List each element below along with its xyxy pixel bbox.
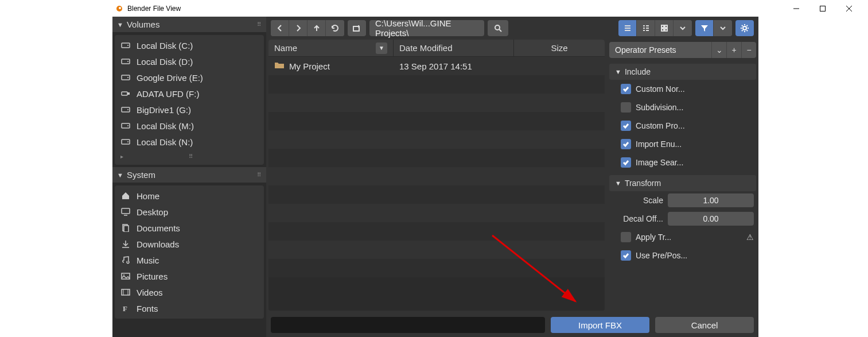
volume-item[interactable]: Google Drive (E:) (115, 69, 264, 86)
expand-icon[interactable]: ▸ (120, 153, 123, 160)
view-detail-button[interactable] (637, 20, 655, 36)
list-item-label: Local Disk (M:) (137, 121, 194, 131)
svg-rect-42 (661, 25, 664, 28)
svg-point-7 (127, 45, 129, 46)
column-size[interactable]: Size (514, 40, 605, 56)
file-list-header: Name▼ Date Modified Size (268, 40, 605, 57)
disk-icon (120, 73, 131, 82)
include-option[interactable]: Custom Pro... (609, 117, 756, 135)
option-label: Image Sear... (636, 158, 754, 167)
remove-preset-button[interactable]: − (741, 42, 756, 58)
list-item-label: Fonts (137, 304, 158, 313)
view-list-button[interactable] (618, 20, 637, 36)
bottom-bar: Import FBX Cancel (266, 313, 758, 337)
drag-handle-icon[interactable]: ⠿ (257, 172, 262, 178)
back-button[interactable] (271, 20, 289, 36)
window-title: Blender File View (127, 5, 181, 13)
drag-handle-icon: ⠿ (189, 153, 193, 160)
refresh-button[interactable] (326, 20, 344, 36)
system-item[interactable]: Documents (115, 220, 264, 236)
svg-rect-26 (122, 289, 130, 295)
system-item[interactable]: Pictures (115, 268, 264, 284)
minimize-button[interactable] (783, 0, 809, 17)
search-button[interactable] (488, 20, 508, 36)
new-folder-button[interactable] (348, 20, 366, 36)
forward-button[interactable] (289, 20, 308, 36)
disclosure-triangle-icon: ▼ (615, 180, 621, 187)
svg-point-11 (127, 77, 129, 78)
include-option[interactable]: Import Enu... (609, 135, 756, 153)
svg-rect-3 (820, 6, 826, 11)
maximize-button[interactable] (809, 0, 836, 17)
view-grid-button[interactable] (655, 20, 674, 36)
include-option[interactable]: Image Sear... (609, 153, 756, 172)
system-item[interactable]: Music (115, 252, 264, 268)
parent-button[interactable] (308, 20, 326, 36)
file-row (268, 259, 605, 277)
file-row (268, 222, 605, 241)
svg-point-46 (743, 26, 746, 30)
include-option[interactable]: Subdivision... (609, 98, 756, 117)
view-options-dropdown[interactable] (674, 20, 692, 36)
option-label: Use Pre/Pos... (636, 251, 754, 260)
system-item[interactable]: Desktop (115, 204, 264, 220)
list-item-label: Documents (137, 223, 180, 233)
file-row (268, 204, 605, 222)
drag-handle-icon[interactable]: ⠿ (257, 21, 262, 28)
cancel-button[interactable]: Cancel (655, 317, 754, 333)
volumes-header[interactable]: ▼ Volumes ⠿ (112, 17, 266, 33)
checkbox-icon (621, 157, 631, 168)
sort-dropdown-icon[interactable]: ▼ (376, 42, 387, 54)
option-label: Custom Nor... (636, 84, 754, 94)
blender-logo-icon (115, 4, 124, 13)
system-item[interactable]: Downloads (115, 236, 264, 252)
list-item-label: Videos (137, 288, 163, 297)
settings-button[interactable] (735, 20, 754, 36)
volume-item[interactable]: Local Disk (D:) (115, 53, 264, 69)
transform-option[interactable]: Use Pre/Pos... (609, 246, 756, 265)
include-section-header[interactable]: ▼ Include (609, 64, 756, 80)
import-button[interactable]: Import FBX (551, 317, 649, 333)
file-date: 13 Sep 2017 14:51 (394, 61, 514, 71)
system-item[interactable]: Home (115, 188, 264, 204)
system-item[interactable]: FFonts (115, 300, 264, 316)
system-label: System (127, 170, 155, 180)
path-input[interactable]: C:\Users\Wil...GINE Projects\ (369, 20, 484, 36)
toolbar: C:\Users\Wil...GINE Projects\ (266, 17, 758, 40)
transform-section-header[interactable]: ▼ Transform (609, 175, 756, 191)
transform-option[interactable]: Apply Tr...⚠ (609, 228, 756, 246)
volume-item[interactable]: ADATA UFD (F:) (115, 86, 264, 102)
add-preset-button[interactable]: + (726, 42, 741, 58)
column-date[interactable]: Date Modified (394, 40, 514, 56)
system-item[interactable]: Videos (115, 284, 264, 300)
disclosure-triangle-icon: ▼ (117, 172, 123, 179)
volume-item[interactable]: Local Disk (N:) (115, 134, 264, 150)
chevron-down-icon[interactable]: ⌄ (711, 42, 726, 58)
main-area: C:\Users\Wil...GINE Projects\ Name▼ Date… (266, 17, 758, 337)
warning-icon: ⚠ (746, 233, 754, 242)
list-item-label: Local Disk (N:) (137, 137, 193, 147)
filter-button[interactable] (695, 20, 714, 36)
file-row[interactable]: My Project13 Sep 2017 14:51 (268, 57, 605, 75)
decal-input[interactable]: 0.00 (668, 212, 754, 226)
system-body: HomeDesktopDocumentsDownloadsMusicPictur… (112, 183, 266, 337)
disk-icon (120, 41, 131, 49)
volume-item[interactable]: Local Disk (C:) (115, 37, 264, 53)
include-option[interactable]: Custom Nor... (609, 80, 756, 98)
fonts-icon: F (120, 304, 131, 312)
close-button[interactable] (836, 0, 862, 17)
volume-item[interactable]: BigDrive1 (G:) (115, 102, 264, 118)
filename-input[interactable] (271, 317, 545, 333)
column-name[interactable]: Name▼ (268, 40, 394, 56)
disk-icon (120, 138, 131, 146)
checkbox-icon (621, 121, 631, 131)
svg-point-17 (127, 125, 129, 126)
volume-item[interactable]: Local Disk (M:) (115, 118, 264, 134)
volumes-label: Volumes (127, 20, 160, 29)
filter-dropdown[interactable] (714, 20, 732, 36)
sidebar: ▼ Volumes ⠿ Local Disk (C:)Local Disk (D… (112, 17, 266, 337)
scale-input[interactable]: 1.00 (668, 193, 754, 207)
operator-presets-dropdown[interactable]: Operator Presets ⌄ + − (609, 42, 756, 58)
svg-rect-13 (127, 92, 130, 95)
system-header[interactable]: ▼ System ⠿ (112, 167, 266, 183)
